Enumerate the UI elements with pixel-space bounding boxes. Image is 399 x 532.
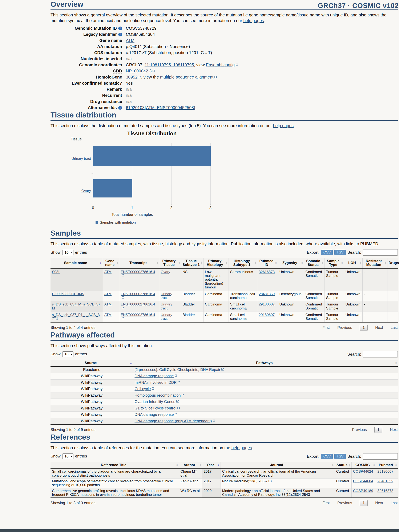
info-icon[interactable]: i xyxy=(118,33,122,36)
help-pages-link[interactable]: help pages xyxy=(243,18,264,23)
sample-link[interactable]: P-0006839-T01-IM5 xyxy=(52,292,84,296)
col-header-pathways[interactable]: Pathways▲▼ xyxy=(133,360,398,367)
col-header-histology-subtype[interactable]: Histology Subtype 1▲▼ xyxy=(229,258,257,269)
col-header-transcript[interactable]: Transcript▲▼ xyxy=(119,258,159,269)
col-header-somatic-status[interactable]: Somatic Status▲▼ xyxy=(304,258,324,269)
cell: s_DS_scb_037_M_s_SCB_37M xyxy=(50,301,103,312)
col-header-year[interactable]: Year▲ xyxy=(202,462,221,469)
pagination-last[interactable]: Last xyxy=(391,325,398,330)
cosmic-paper-link[interactable]: COSP49189 xyxy=(353,489,373,493)
pagination-previous[interactable]: Previous xyxy=(352,428,367,432)
homologene-link[interactable]: 30952 xyxy=(126,75,138,79)
help-pages-link[interactable]: help pages xyxy=(273,123,293,128)
primary-tissue-link[interactable]: Urinary tract xyxy=(161,302,172,310)
pagination-next[interactable]: Next xyxy=(390,428,398,432)
col-header-sample-name[interactable]: Sample name▲ xyxy=(50,258,103,269)
page-size-select[interactable]: 10 xyxy=(62,250,74,255)
pagination-previous[interactable]: Previous xyxy=(337,325,352,330)
chart-legend[interactable]: Samples with mutation xyxy=(95,220,136,225)
col-header-resistant-mutation[interactable]: Resistant Mutation▲▼ xyxy=(362,258,387,269)
gene-name-link[interactable]: ATM xyxy=(126,38,134,43)
pagination-next[interactable]: Next xyxy=(375,325,383,330)
help-pages-link[interactable]: help pages xyxy=(231,445,252,450)
sample-link[interactable]: s_DS_scb_037_M_s_SCB_37M xyxy=(52,302,100,310)
gene-link[interactable]: ATM xyxy=(104,313,112,317)
col-header-gene-name[interactable]: Gene name▲▼ xyxy=(103,258,119,269)
multiple-sequence-alignment-link[interactable]: multiple sequence alignment xyxy=(160,75,214,79)
page-size-select[interactable]: 10 xyxy=(62,453,74,459)
pathway-link[interactable]: Ovarian Infertility Genes xyxy=(135,399,175,404)
cosmic-paper-link[interactable]: COSP44624 xyxy=(353,469,373,474)
pubmed-link[interactable]: 28481359 xyxy=(378,479,393,483)
pubmed-link[interactable]: 32616873 xyxy=(378,489,393,493)
pagination-page-1[interactable]: 1 xyxy=(374,427,382,433)
pubmed-link[interactable]: 29180607 xyxy=(378,469,393,474)
pagination-first[interactable]: First xyxy=(322,501,330,505)
chart-category-ovary[interactable]: Ovary xyxy=(50,189,91,193)
search-input[interactable] xyxy=(363,453,398,460)
col-header-zygosity[interactable]: Zygosity▲▼ xyxy=(278,258,304,269)
cosmic-paper-link[interactable]: COSP44684 xyxy=(353,479,373,483)
primary-tissue-link[interactable]: Ovary xyxy=(161,270,170,274)
info-icon[interactable]: i xyxy=(118,106,122,110)
export-csv-button[interactable]: CSV xyxy=(321,454,333,459)
search-input[interactable] xyxy=(363,351,398,357)
pubmed-link[interactable]: 29180607 xyxy=(259,302,275,306)
pathway-link[interactable]: DNA damage response xyxy=(135,412,174,417)
chart-bar-urinary-tract[interactable] xyxy=(93,146,211,166)
pathway-link[interactable]: Homologous recombination xyxy=(135,393,181,398)
transcript-link[interactable]: ENST00000278616.4 xyxy=(121,270,155,274)
sample-link[interactable]: S03L xyxy=(52,270,60,274)
export-tsv-button[interactable]: TSV xyxy=(334,250,346,255)
col-header-tissue-subtype[interactable]: Tissue Subtype 1▲▼ xyxy=(181,258,203,269)
pagination-next[interactable]: Next xyxy=(375,501,383,505)
pathway-link[interactable]: G1 to S cell cycle control xyxy=(135,406,176,410)
primary-tissue-link[interactable]: Urinary tract xyxy=(161,313,172,321)
export-tsv-button[interactable]: TSV xyxy=(334,454,346,459)
pagination-page-1[interactable]: 1 xyxy=(360,500,368,506)
primary-tissue-link[interactable]: Urinary tract xyxy=(161,292,172,300)
pathway-link[interactable]: Cell cycle xyxy=(135,387,151,391)
col-header-drugs[interactable]: Drugs xyxy=(387,258,398,269)
col-header-loh[interactable]: LOH▲▼ xyxy=(344,258,362,269)
page-size-select[interactable]: 10 xyxy=(62,351,74,357)
gene-link[interactable]: ATM xyxy=(104,270,112,274)
pathway-link[interactable]: [2 processes]: Cell Cycle Checkpoints; D… xyxy=(135,367,220,372)
pathway-link[interactable]: DNA damage response xyxy=(135,374,174,378)
transcript-link[interactable]: ENST00000278616.4 xyxy=(121,292,155,296)
alternative-ids-link[interactable]: 61920108{ATM_ENST00000452508} xyxy=(126,105,195,110)
ensembl-contig-link[interactable]: Ensembl contig xyxy=(206,63,235,67)
export-csv-button[interactable]: CSV xyxy=(321,250,333,255)
gene-link[interactable]: ATM xyxy=(104,302,112,306)
info-icon[interactable]: i xyxy=(118,26,122,30)
col-header-source[interactable]: Source▲ xyxy=(50,360,133,367)
col-header-sample-type[interactable]: Sample Type▲▼ xyxy=(324,258,344,269)
col-header-pubmed-id[interactable]: Pubmed ID▲▼ xyxy=(257,258,278,269)
coordinates-link[interactable]: 11:108119795..108119795 xyxy=(144,63,194,67)
col-header-primary-tissue[interactable]: Primary Tissue▲▼ xyxy=(159,258,181,269)
pagination-first[interactable]: First xyxy=(322,325,330,330)
col-header-pubmed[interactable]: Pubmed▲▼ xyxy=(376,462,398,469)
col-header-primary-histology[interactable]: Primary Histology▲▼ xyxy=(203,258,229,269)
col-header-reference-title[interactable]: Reference Title▲▼ xyxy=(50,462,179,469)
col-header-status[interactable]: Status▲▼ xyxy=(335,462,351,469)
pathway-link[interactable]: miRNAs involved in DDR xyxy=(135,380,177,385)
transcript-link[interactable]: ENST00000278616.4 xyxy=(121,313,155,317)
gene-link[interactable]: ATM xyxy=(104,292,112,296)
pubmed-link[interactable]: 29180607 xyxy=(259,313,275,317)
col-header-author[interactable]: Author▲▼ xyxy=(179,462,202,469)
pubmed-link[interactable]: 32616873 xyxy=(259,270,275,274)
pubmed-link[interactable]: 28481359 xyxy=(259,292,275,296)
col-header-cosmic[interactable]: COSMIC▲▼ xyxy=(351,462,376,469)
sample-link[interactable]: s_DS_scb_037_P1_s_SCB_37T1 xyxy=(52,313,100,321)
chart-category-urinary-tract[interactable]: Urinary tract xyxy=(50,157,91,161)
search-input[interactable] xyxy=(363,249,398,256)
pagination-last[interactable]: Last xyxy=(391,501,398,505)
cdd-link[interactable]: NP_000042.3 xyxy=(126,69,151,73)
pagination-page-1[interactable]: 1 xyxy=(360,325,368,331)
chart-bar-ovary[interactable] xyxy=(93,179,132,197)
transcript-link[interactable]: ENST00000278616.4 xyxy=(121,302,155,306)
pagination-previous[interactable]: Previous xyxy=(337,501,352,505)
pathway-link[interactable]: DNA damage response (only ATM dependent) xyxy=(135,419,212,423)
col-header-journal[interactable]: Journal▲▼ xyxy=(221,462,335,469)
